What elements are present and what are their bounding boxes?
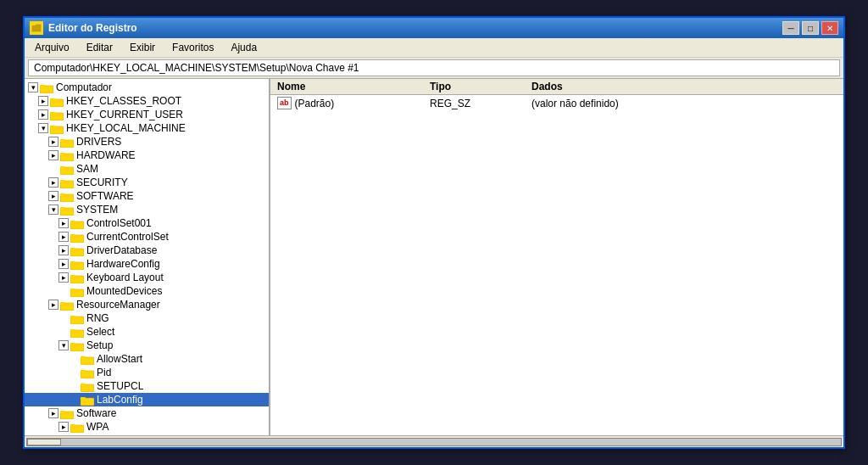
expand-currentcontrolset[interactable]: ▸ — [58, 232, 69, 242]
expand-software[interactable]: ▸ — [48, 191, 58, 201]
folder-icon-software — [60, 191, 74, 202]
tree-item-computador[interactable]: ▾ Computador — [25, 81, 269, 94]
address-bar: Computador\HKEY_LOCAL_MACHINE\SYSTEM\Set… — [28, 59, 840, 76]
tree-item-driverdatabase[interactable]: ▸ DriverDatabase — [25, 244, 269, 257]
tree-label-allowstart: AllowStart — [97, 353, 142, 365]
expand-hardwareconfig[interactable]: ▸ — [58, 259, 69, 269]
folder-icon-mounteddevices — [70, 286, 84, 297]
tree-item-mounteddevices[interactable]: MountedDevices — [25, 284, 269, 298]
tree-label-hklm: HKEY_LOCAL_MACHINE — [66, 122, 186, 134]
expand-resourcemanager[interactable]: ▸ — [48, 300, 58, 310]
window-title: Editor do Registro — [48, 22, 137, 34]
folder-icon-pid — [81, 367, 94, 378]
tree-item-allowstart[interactable]: AllowStart — [25, 352, 269, 366]
tree-item-hardwareconfig[interactable]: ▸ HardwareConfig — [25, 257, 269, 271]
menu-arquivo[interactable]: Arquivo — [28, 40, 76, 55]
folder-icon-select — [70, 327, 84, 338]
menu-ajuda[interactable]: Ajuda — [224, 40, 264, 55]
tree-label-hkcr: HKEY_CLASSES_ROOT — [66, 95, 181, 107]
scroll-track[interactable] — [26, 438, 842, 446]
folder-icon-driverdatabase — [70, 245, 84, 256]
col-header-nome: Nome — [277, 81, 430, 92]
svg-rect-30 — [70, 261, 75, 264]
tree-label-wpa: WPA — [86, 421, 108, 433]
expand-hardware[interactable]: ▸ — [48, 150, 58, 160]
svg-rect-12 — [60, 139, 65, 142]
main-content: ▾ Computador ▸ HKEY_CLASSES_ROOT ▸ — [25, 78, 843, 435]
tree-item-software[interactable]: ▸ SOFTWARE — [25, 189, 269, 203]
tree-item-keyboardlayout[interactable]: ▸ Keyboard Layout — [25, 271, 269, 284]
tree-label-setup: Setup — [86, 339, 113, 351]
tree-item-select[interactable]: Select — [25, 325, 269, 339]
tree-item-hklm[interactable]: ▾ HKEY_LOCAL_MACHINE — [25, 121, 269, 135]
tree-item-pid[interactable]: Pid — [25, 366, 269, 379]
folder-icon-hklm — [50, 123, 64, 134]
tree-item-system[interactable]: ▾ SYSTEM — [25, 203, 269, 216]
tree-label-drivers: DRIVERS — [76, 136, 121, 148]
expand-keyboardlayout[interactable]: ▸ — [58, 272, 69, 283]
expand-system[interactable]: ▾ — [48, 204, 58, 215]
tree-item-wpa[interactable]: ▸ WPA — [25, 420, 269, 434]
tree-label-computador: Computador — [56, 81, 112, 93]
window-controls: ─ □ ✕ — [782, 21, 838, 35]
svg-rect-54 — [70, 424, 75, 427]
folder-icon-setup — [70, 340, 84, 351]
close-button[interactable]: ✕ — [821, 21, 838, 35]
tree-item-setup[interactable]: ▾ Setup — [25, 339, 269, 352]
address-text: Computador\HKEY_LOCAL_MACHINE\SYSTEM\Set… — [34, 62, 359, 74]
tree-item-sam[interactable]: SAM — [25, 162, 269, 176]
tree-item-security[interactable]: ▸ SECURITY — [25, 176, 269, 189]
scroll-thumb[interactable] — [27, 439, 61, 445]
tree-label-controlset001: ControlSet001 — [86, 217, 152, 229]
tree-item-drivers[interactable]: ▸ DRIVERS — [25, 135, 269, 148]
expand-driverdatabase[interactable]: ▸ — [58, 245, 69, 255]
expand-security[interactable]: ▸ — [48, 177, 58, 188]
tree-item-hkcu[interactable]: ▸ HKEY_CURRENT_USER — [25, 108, 269, 121]
svg-rect-48 — [81, 384, 86, 386]
folder-icon-sam — [60, 164, 74, 175]
tree-item-hkcr[interactable]: ▸ HKEY_CLASSES_ROOT — [25, 94, 269, 108]
tree-item-hardware[interactable]: ▸ HARDWARE — [25, 148, 269, 162]
tree-item-currentcontrolset[interactable]: ▸ CurrentControlSet — [25, 230, 269, 244]
expand-software2[interactable]: ▸ — [48, 408, 58, 418]
menu-exibir[interactable]: Exibir — [123, 40, 162, 55]
folder-icon-resourcemanager — [60, 300, 74, 311]
tree-label-keyboardlayout: Keyboard Layout — [86, 272, 164, 283]
tree-item-rng[interactable]: RNG — [25, 311, 269, 325]
tree-label-labconfig: LabConfig — [97, 394, 143, 406]
tree-item-resourcemanager[interactable]: ▸ ResourceManager — [25, 298, 269, 311]
tree-label-system: SYSTEM — [76, 204, 118, 216]
expand-computador[interactable]: ▾ — [28, 82, 38, 92]
expand-hklm[interactable]: ▾ — [38, 123, 48, 133]
folder-icon-wpa — [70, 422, 84, 433]
expand-wpa[interactable]: ▸ — [58, 422, 69, 432]
horizontal-scrollbar[interactable] — [25, 435, 843, 447]
tree-label-rng: RNG — [86, 312, 109, 324]
svg-rect-46 — [81, 370, 86, 373]
svg-rect-24 — [70, 221, 75, 223]
expand-drivers[interactable]: ▸ — [48, 137, 58, 147]
tree-item-software2[interactable]: ▸ Software — [25, 406, 269, 420]
expand-hkcr[interactable]: ▸ — [38, 96, 48, 106]
menu-favoritos[interactable]: Favoritos — [165, 40, 220, 55]
expand-controlset001[interactable]: ▸ — [58, 218, 69, 228]
expand-setup[interactable]: ▾ — [58, 340, 69, 350]
svg-rect-18 — [60, 180, 65, 182]
minimize-button[interactable]: ─ — [782, 21, 799, 35]
folder-icon-drivers — [60, 137, 74, 148]
detail-row-default[interactable]: ab (Padrão) REG_SZ (valor não definido) — [270, 95, 843, 111]
svg-rect-2 — [31, 24, 36, 25]
tree-pane[interactable]: ▾ Computador ▸ HKEY_CLASSES_ROOT ▸ — [25, 79, 270, 435]
tree-item-labconfig[interactable]: LabConfig — [25, 393, 269, 406]
svg-rect-20 — [60, 193, 65, 196]
maximize-button[interactable]: □ — [802, 21, 819, 35]
app-icon — [30, 21, 43, 35]
svg-rect-26 — [70, 234, 75, 237]
svg-rect-50 — [81, 397, 86, 400]
col-header-dados: Dados — [531, 81, 837, 92]
tree-item-setupcl[interactable]: SETUPCL — [25, 379, 269, 393]
detail-header: Nome Tipo Dados — [270, 79, 843, 95]
tree-item-controlset001[interactable]: ▸ ControlSet001 — [25, 216, 269, 230]
expand-hkcu[interactable]: ▸ — [38, 109, 48, 120]
menu-editar[interactable]: Editar — [80, 40, 120, 55]
